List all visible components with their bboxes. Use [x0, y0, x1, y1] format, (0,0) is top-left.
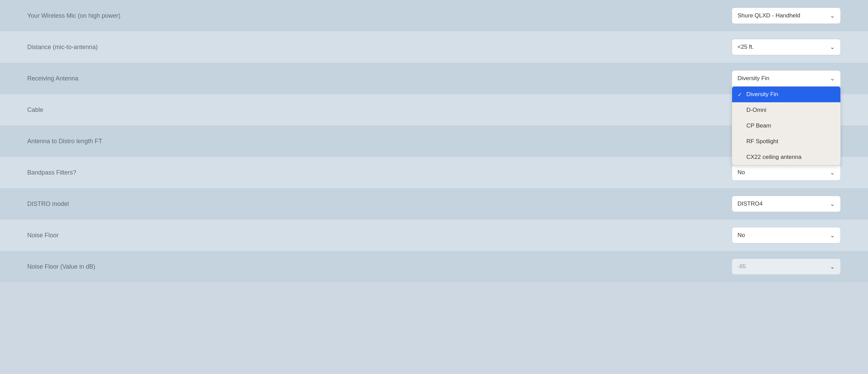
noise-floor-control: No ⌄: [732, 227, 841, 243]
empty-check: [738, 138, 744, 145]
dropdown-option-cx22-ceiling-antenna[interactable]: CX22 ceiling antenna: [732, 149, 840, 165]
antenna-distro-label: Antenna to Distro length FT: [27, 138, 102, 145]
noise-floor-value-chevron-icon: ⌄: [830, 263, 835, 270]
distro-model-value: DISTRO4: [738, 200, 763, 207]
bandpass-chevron-icon: ⌄: [830, 169, 835, 176]
empty-check: [738, 123, 744, 129]
cable-label: Cable: [27, 106, 43, 114]
distro-model-chevron-icon: ⌄: [830, 200, 835, 208]
settings-form: Your Wireless Mic (on high power) Shure …: [0, 0, 868, 282]
bandpass-value: No: [738, 169, 745, 176]
wireless-mic-label: Your Wireless Mic (on high power): [27, 12, 120, 19]
noise-floor-value: No: [738, 232, 745, 239]
distance-select[interactable]: <25 ft. ⌄: [732, 39, 841, 55]
noise-floor-value-select[interactable]: -85 ⌄: [732, 258, 841, 275]
noise-floor-value-control: -85 ⌄: [732, 258, 841, 275]
bandpass-control: No ⌄: [732, 164, 841, 181]
distro-model-row: DISTRO model DISTRO4 ⌄: [0, 188, 868, 220]
noise-floor-chevron-icon: ⌄: [830, 231, 835, 239]
wireless-mic-control: Shure QLXD - Handheld ⌄: [732, 8, 841, 24]
noise-floor-row: Noise Floor No ⌄: [0, 220, 868, 251]
checkmark-icon: ✓: [738, 91, 744, 98]
noise-floor-value-label: Noise Floor (Value in dB): [27, 263, 95, 270]
distro-model-select[interactable]: DISTRO4 ⌄: [732, 196, 841, 212]
receiving-antenna-control: Diversity Fin ⌄ ✓ Diversity Fin D-Omni C…: [732, 70, 841, 87]
wireless-mic-value: Shure QLXD - Handheld: [738, 12, 800, 19]
noise-floor-label: Noise Floor: [27, 232, 59, 239]
receiving-antenna-label: Receiving Antenna: [27, 75, 78, 82]
bandpass-label: Bandpass Filters?: [27, 169, 76, 176]
distance-row: Distance (mic-to-antenna) <25 ft. ⌄: [0, 31, 868, 63]
receiving-antenna-chevron-icon: ⌄: [830, 75, 835, 82]
wireless-mic-row: Your Wireless Mic (on high power) Shure …: [0, 0, 868, 31]
noise-floor-value-row: Noise Floor (Value in dB) -85 ⌄: [0, 251, 868, 282]
noise-floor-select[interactable]: No ⌄: [732, 227, 841, 243]
distance-control: <25 ft. ⌄: [732, 39, 841, 55]
receiving-antenna-select[interactable]: Diversity Fin ⌄: [732, 70, 841, 87]
distance-value: <25 ft.: [738, 44, 754, 50]
receiving-antenna-dropdown: ✓ Diversity Fin D-Omni CP Beam RF Spotli…: [732, 87, 841, 165]
bandpass-select[interactable]: No ⌄: [732, 164, 841, 181]
option-label: RF Spotlight: [746, 138, 778, 145]
distance-chevron-icon: ⌄: [830, 43, 835, 51]
distro-model-control: DISTRO4 ⌄: [732, 196, 841, 212]
wireless-mic-chevron-icon: ⌄: [830, 12, 835, 19]
distro-model-label: DISTRO model: [27, 200, 69, 208]
receiving-antenna-row: Receiving Antenna Diversity Fin ⌄ ✓ Dive…: [0, 63, 868, 94]
distance-label: Distance (mic-to-antenna): [27, 44, 98, 51]
dropdown-option-rf-spotlight[interactable]: RF Spotlight: [732, 134, 840, 149]
receiving-antenna-value: Diversity Fin: [738, 75, 770, 82]
wireless-mic-select[interactable]: Shure QLXD - Handheld ⌄: [732, 8, 841, 24]
option-label: D-Omni: [746, 107, 766, 114]
empty-check: [738, 107, 744, 113]
dropdown-option-d-omni[interactable]: D-Omni: [732, 102, 840, 118]
option-label: CX22 ceiling antenna: [746, 154, 802, 161]
dropdown-option-diversity-fin[interactable]: ✓ Diversity Fin: [732, 87, 840, 102]
noise-floor-value-val: -85: [738, 263, 746, 270]
empty-check: [738, 154, 744, 160]
option-label: CP Beam: [746, 122, 771, 129]
option-label: Diversity Fin: [746, 91, 778, 98]
dropdown-option-cp-beam[interactable]: CP Beam: [732, 118, 840, 134]
